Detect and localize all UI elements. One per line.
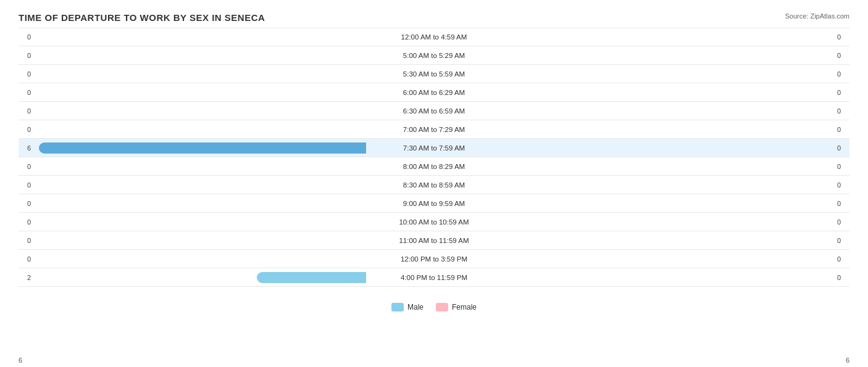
right-section: 0 [502, 139, 849, 157]
row-label: 7:00 AM to 7:29 AM [366, 126, 502, 133]
female-value-label: 0 [837, 200, 849, 207]
right-section: 0 [502, 268, 849, 286]
chart-row: 0 12:00 PM to 3:59 PM 0 [19, 250, 849, 268]
right-section: 0 [502, 213, 849, 231]
chart-row: 0 12:00 AM to 4:59 AM 0 [19, 28, 849, 46]
chart-area: 0 12:00 AM to 4:59 AM 0 0 5:00 AM to [19, 28, 849, 315]
left-section: 0 [19, 213, 366, 231]
female-value-label: 0 [837, 274, 849, 281]
male-value-label: 0 [19, 181, 31, 189]
female-value-label: 0 [837, 70, 849, 78]
male-value-label: 0 [19, 70, 31, 78]
row-inner: 0 8:00 AM to 8:29 AM 0 [19, 157, 849, 175]
female-value-label: 0 [837, 144, 849, 152]
left-section: 0 [19, 231, 366, 249]
male-value-label: 0 [19, 89, 31, 96]
axis-label-left: 6 [19, 357, 22, 364]
row-label: 10:00 AM to 10:59 AM [366, 218, 502, 226]
axis-label-right: 6 [846, 357, 849, 364]
chart-title: TIME OF DEPARTURE TO WORK BY SEX IN SENE… [19, 12, 849, 23]
male-value-label: 0 [19, 126, 31, 133]
row-label: 7:30 AM to 7:59 AM [366, 144, 502, 152]
legend-female-label: Female [452, 303, 477, 311]
right-section: 0 [502, 120, 849, 138]
row-label: 5:30 AM to 5:59 AM [366, 70, 502, 78]
right-section: 0 [502, 231, 849, 249]
row-label: 8:00 AM to 8:29 AM [366, 163, 502, 170]
chart-container: TIME OF DEPARTURE TO WORK BY SEX IN SENE… [0, 0, 868, 367]
chart-row: 0 6:00 AM to 6:29 AM 0 [19, 83, 849, 102]
right-section: 0 [502, 176, 849, 194]
row-inner: 6 7:30 AM to 7:59 AM 0 [19, 139, 849, 157]
male-value-label: 0 [19, 163, 31, 170]
source-text: Source: ZipAtlas.com [785, 12, 849, 20]
legend-female: Female [436, 303, 477, 311]
male-value-label: 6 [19, 144, 31, 152]
male-value-label: 0 [19, 107, 31, 115]
row-inner: 0 11:00 AM to 11:59 AM 0 [19, 231, 849, 249]
chart-row: 0 8:00 AM to 8:29 AM 0 [19, 157, 849, 176]
female-value-label: 0 [837, 89, 849, 96]
row-label: 4:00 PM to 11:59 PM [366, 274, 502, 281]
row-label: 9:00 AM to 9:59 AM [366, 200, 502, 207]
chart-row: 0 10:00 AM to 10:59 AM 0 [19, 213, 849, 231]
right-section: 0 [502, 250, 849, 268]
chart-row: 0 11:00 AM to 11:59 AM 0 [19, 231, 849, 250]
left-section: 0 [19, 102, 366, 120]
left-section: 0 [19, 83, 366, 101]
row-inner: 0 5:30 AM to 5:59 AM 0 [19, 65, 849, 83]
left-section: 0 [19, 46, 366, 64]
row-inner: 0 12:00 PM to 3:59 PM 0 [19, 250, 849, 268]
chart-row: 2 4:00 PM to 11:59 PM 0 [19, 268, 849, 287]
row-inner: 0 6:00 AM to 6:29 AM 0 [19, 83, 849, 101]
male-bar [257, 272, 366, 283]
legend-male-label: Male [407, 303, 424, 311]
rows-wrapper: 0 12:00 AM to 4:59 AM 0 0 5:00 AM to [19, 28, 849, 296]
right-section: 0 [502, 65, 849, 83]
chart-row: 6 7:30 AM to 7:59 AM 0 [19, 139, 849, 157]
male-value-label: 0 [19, 255, 31, 263]
legend: Male Female [19, 303, 849, 311]
row-label: 8:30 AM to 8:59 AM [366, 181, 502, 189]
left-section: 0 [19, 65, 366, 83]
female-value-label: 0 [837, 237, 849, 244]
left-section: 2 [19, 268, 366, 286]
left-section: 0 [19, 176, 366, 194]
female-value-label: 0 [837, 218, 849, 226]
female-value-label: 0 [837, 107, 849, 115]
right-section: 0 [502, 83, 849, 101]
row-inner: 0 12:00 AM to 4:59 AM 0 [19, 28, 849, 46]
female-value-label: 0 [837, 181, 849, 189]
male-value-label: 0 [19, 52, 31, 59]
chart-row: 0 9:00 AM to 9:59 AM 0 [19, 194, 849, 213]
legend-female-box [436, 303, 448, 311]
male-bar [39, 142, 366, 154]
female-value-label: 0 [837, 33, 849, 41]
female-value-label: 0 [837, 255, 849, 263]
left-section: 0 [19, 120, 366, 138]
chart-row: 0 8:30 AM to 8:59 AM 0 [19, 176, 849, 194]
row-label: 5:00 AM to 5:29 AM [366, 52, 502, 59]
right-section: 0 [502, 157, 849, 175]
male-value-label: 0 [19, 33, 31, 41]
chart-row: 0 7:00 AM to 7:29 AM 0 [19, 120, 849, 139]
right-section: 0 [502, 194, 849, 212]
legend-male-box [391, 303, 404, 311]
left-section: 0 [19, 157, 366, 175]
row-inner: 2 4:00 PM to 11:59 PM 0 [19, 268, 849, 286]
chart-row: 0 5:00 AM to 5:29 AM 0 [19, 46, 849, 65]
female-value-label: 0 [837, 126, 849, 133]
row-label: 11:00 AM to 11:59 AM [366, 237, 502, 244]
left-section: 0 [19, 194, 366, 212]
legend-male: Male [391, 303, 424, 311]
male-value-label: 0 [19, 200, 31, 207]
left-section: 0 [19, 250, 366, 268]
row-inner: 0 10:00 AM to 10:59 AM 0 [19, 213, 849, 231]
row-inner: 0 9:00 AM to 9:59 AM 0 [19, 194, 849, 212]
row-label: 6:30 AM to 6:59 AM [366, 107, 502, 115]
female-value-label: 0 [837, 52, 849, 59]
left-section: 0 [19, 28, 366, 46]
right-section: 0 [502, 102, 849, 120]
row-label: 12:00 AM to 4:59 AM [366, 33, 502, 41]
female-value-label: 0 [837, 163, 849, 170]
